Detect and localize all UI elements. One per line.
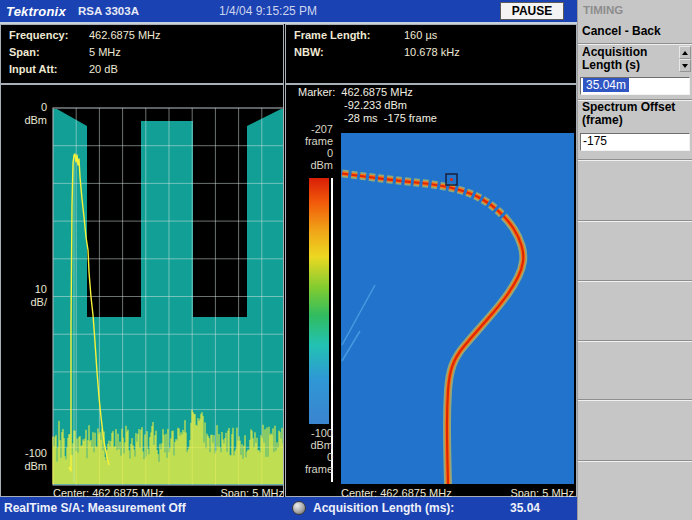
brand-logo: Tektronix: [6, 4, 66, 19]
info-row-nbw: NBW: 10.678 kHz: [286, 45, 576, 59]
span-value: 5 MHz: [89, 45, 121, 59]
rsa3303a-screen: Tektronix RSA 3303A 1/4/04 9:15:25 PM PA…: [0, 0, 692, 520]
datetime-label: 1/4/04 9:15:25 PM: [219, 4, 317, 18]
softkey-blank-1[interactable]: [578, 161, 692, 220]
info-row-frequency: Frequency: 462.6875 MHz: [1, 28, 283, 42]
spectrum-offset-label: Spectrum Offset (frame): [582, 101, 682, 127]
soft-menu-sidebar: TIMING Cancel - Back Acquisition Length …: [577, 0, 692, 520]
title-bar: Tektronix RSA 3303A 1/4/04 9:15:25 PM PA…: [0, 0, 577, 22]
softkey-blank-6[interactable]: [578, 462, 692, 520]
softkey-blank-4[interactable]: [578, 342, 692, 399]
info-row-span: Span: 5 MHz: [1, 45, 283, 59]
frequency-info-panel: Frequency: 462.6875 MHz Span: 5 MHz Inpu…: [0, 24, 284, 84]
spectrum-chart-panel: 0dBm 10dB/ -100dBm Center: 462.6875 MHz …: [0, 84, 284, 497]
measurement-mode-status: RealTime S/A: Measurement Off: [4, 501, 186, 515]
nbw-value: 10.678 kHz: [404, 45, 460, 59]
spectrum-offset-input[interactable]: -175: [580, 133, 690, 151]
spectrogram-top-scale-labels: -207 frame 0 dBm: [286, 123, 333, 171]
menu-title: TIMING: [583, 4, 623, 16]
input-att-value: 20 dB: [89, 62, 118, 76]
acquisition-length-status-label: Acquisition Length (ms):: [313, 501, 454, 515]
spectrogram-chart-panel: Marker: 462.6875 MHz -92.233 dBm -28 ms …: [285, 84, 577, 497]
span-label: Span:: [9, 45, 89, 59]
info-row-input-att: Input Att: 20 dB: [1, 62, 283, 76]
frequency-value: 462.6875 MHz: [89, 28, 161, 42]
pause-button[interactable]: PAUSE: [500, 2, 564, 20]
acquisition-length-input[interactable]: 35.04m: [580, 77, 690, 95]
softkey-blank-5[interactable]: [578, 401, 692, 460]
stepper-up-button[interactable]: [679, 46, 691, 59]
softkey-blank-2[interactable]: [578, 222, 692, 280]
spectrogram-bottom-scale-labels: -100 dBm 0 frame: [286, 427, 333, 475]
acquisition-length-label: Acquisition Length (s): [582, 46, 670, 72]
model-label: RSA 3303A: [78, 5, 139, 17]
info-row-frame-length: Frame Length: 160 µs: [286, 28, 576, 42]
frequency-label: Frequency:: [9, 28, 89, 42]
up-arrow-icon: [682, 51, 688, 55]
spectrum-y-top-label: 0dBm: [1, 101, 47, 127]
acquisition-length-input-value: 35.04m: [583, 78, 629, 92]
stepper-down-button[interactable]: [679, 59, 691, 72]
rotary-knob-icon: [292, 501, 306, 515]
frame-length-value: 160 µs: [404, 28, 437, 42]
frame-info-panel: Frame Length: 160 µs NBW: 10.678 kHz: [285, 24, 577, 84]
spectrum-y-mid-label: 10dB/: [1, 283, 47, 309]
cancel-back-button[interactable]: Cancel - Back: [582, 25, 661, 38]
input-att-label: Input Att:: [9, 62, 89, 76]
down-arrow-icon: [682, 64, 688, 68]
status-bar: RealTime S/A: Measurement Off Acquisitio…: [0, 497, 577, 520]
frame-length-label: Frame Length:: [294, 28, 404, 42]
softkey-blank-3[interactable]: [578, 282, 692, 340]
spectrum-y-bottom-label: -100dBm: [1, 447, 47, 473]
nbw-label: NBW:: [294, 45, 404, 59]
acquisition-length-status-value: 35.04: [510, 501, 540, 515]
acquisition-length-stepper[interactable]: [679, 46, 691, 72]
